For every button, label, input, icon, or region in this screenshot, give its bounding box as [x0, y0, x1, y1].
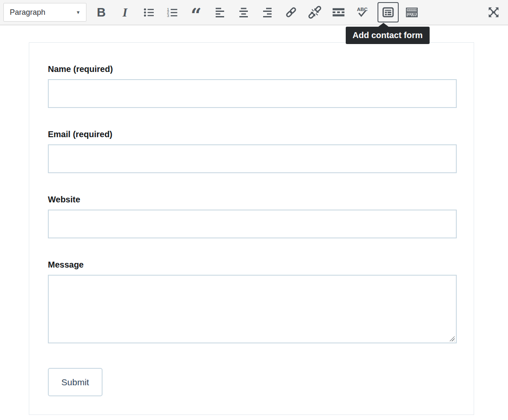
contact-form-icon: [382, 6, 394, 18]
keyboard-icon: [405, 6, 418, 18]
bold-button[interactable]: B: [89, 3, 113, 22]
message-field-wrap: [48, 275, 457, 343]
spellcheck-icon: ABC: [356, 6, 369, 18]
message-field[interactable]: [48, 275, 457, 343]
fullscreen-icon: [487, 6, 500, 19]
align-left-icon: [214, 6, 226, 18]
numbered-list-button[interactable]: 1 2 3: [161, 3, 184, 22]
bulleted-list-icon: [143, 6, 155, 19]
bulleted-list-button[interactable]: [137, 3, 161, 22]
tooltip-arrow: [378, 23, 389, 27]
wordpress-classic-editor: Paragraph ▼ B I 1 2 3 “: [0, 0, 508, 420]
svg-text:3: 3: [167, 13, 169, 17]
field-label-website: Website: [48, 194, 455, 204]
align-left-button[interactable]: [208, 3, 232, 22]
contact-form-preview: Name (required) Email (required) Website…: [29, 42, 474, 415]
field-label-name: Name (required): [48, 64, 455, 74]
align-right-icon: [261, 6, 273, 18]
remove-link-button[interactable]: [303, 3, 327, 22]
numbered-list-icon: 1 2 3: [167, 6, 179, 19]
align-center-button[interactable]: [232, 3, 255, 22]
align-right-button[interactable]: [255, 3, 279, 22]
italic-button[interactable]: I: [113, 3, 137, 22]
format-dropdown-value: Paragraph: [10, 8, 45, 17]
unlink-icon: [308, 6, 321, 19]
keyboard-shortcuts-button[interactable]: [400, 3, 424, 22]
add-contact-form-button[interactable]: [378, 2, 399, 22]
italic-icon: I: [122, 6, 127, 19]
website-field[interactable]: [48, 210, 457, 238]
tooltip-add-contact-form: Add contact form: [346, 27, 430, 44]
blockquote-icon: “: [191, 5, 201, 19]
submit-button[interactable]: Submit: [48, 368, 103, 396]
field-label-email: Email (required): [48, 129, 455, 139]
bold-icon: B: [97, 6, 106, 19]
insert-link-button[interactable]: [279, 3, 303, 22]
editor-toolbar: Paragraph ▼ B I 1 2 3 “: [0, 0, 508, 25]
insert-read-more-button[interactable]: [327, 3, 350, 22]
fullscreen-button[interactable]: [484, 3, 503, 22]
field-label-message: Message: [48, 260, 455, 270]
spellcheck-button[interactable]: ABC: [350, 3, 374, 22]
tooltip-label: Add contact form: [353, 30, 423, 40]
email-field[interactable]: [48, 144, 457, 173]
paragraph-format-dropdown[interactable]: Paragraph ▼: [3, 3, 86, 22]
read-more-icon: [332, 7, 345, 18]
link-icon: [285, 6, 297, 19]
name-field[interactable]: [48, 79, 457, 108]
align-center-icon: [238, 6, 250, 18]
chevron-down-icon: ▼: [76, 10, 81, 15]
blockquote-button[interactable]: “: [184, 3, 208, 22]
